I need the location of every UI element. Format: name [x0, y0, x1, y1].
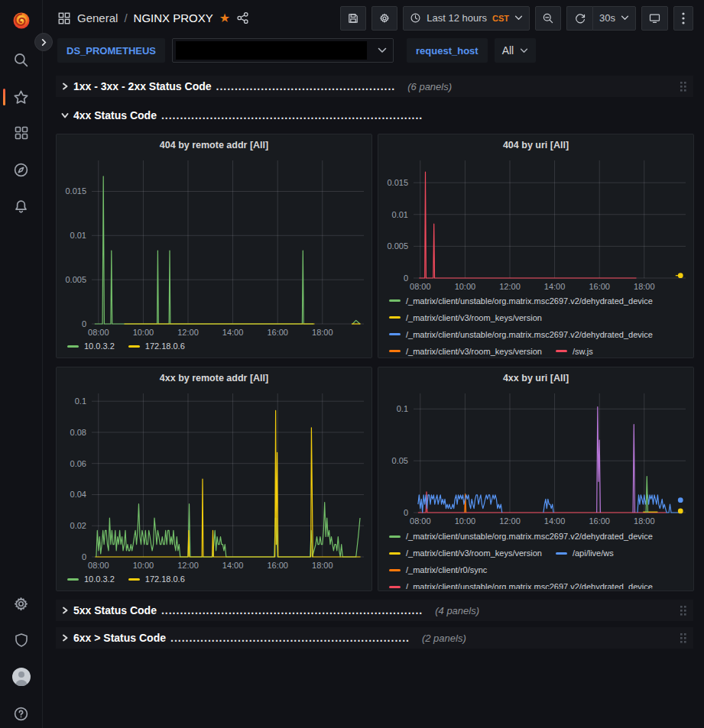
configuration-gear-icon[interactable] — [0, 590, 42, 616]
zoom-out-time-button[interactable] — [535, 6, 561, 31]
refresh-dashboard-button[interactable] — [566, 6, 592, 31]
svg-text:0.02: 0.02 — [70, 521, 86, 530]
legend-item[interactable]: /_matrix/client/r0/sync — [389, 561, 487, 578]
row-panel-count: (4 panels) — [435, 605, 479, 616]
row-panel-count: (2 panels) — [422, 633, 466, 644]
svg-text:14:00: 14:00 — [544, 282, 566, 291]
row-title: 4xx Status Code — [73, 109, 157, 121]
save-dashboard-button[interactable] — [340, 6, 366, 31]
svg-text:08:00: 08:00 — [410, 282, 431, 291]
datasource-variable-dropdown[interactable] — [172, 38, 394, 63]
row-header-1xx-3xx-2xx[interactable]: 1xx - 3xx - 2xx Status Code ............… — [56, 76, 693, 97]
legend-series-color — [556, 350, 567, 352]
panel-title[interactable]: 4xx by remote addr [All] — [57, 367, 371, 387]
svg-text:0.01: 0.01 — [392, 210, 408, 219]
alerting-bell-icon[interactable] — [0, 193, 42, 219]
server-admin-shield-icon[interactable] — [0, 627, 42, 653]
chevron-down-icon — [61, 112, 69, 119]
legend-series-color — [389, 552, 401, 555]
svg-text:08:00: 08:00 — [88, 561, 109, 570]
svg-text:10:00: 10:00 — [455, 282, 476, 291]
row-drag-handle[interactable] — [678, 631, 689, 645]
svg-text:10:00: 10:00 — [133, 328, 154, 337]
svg-text:14:00: 14:00 — [222, 328, 244, 337]
svg-text:0.005: 0.005 — [65, 275, 86, 284]
row-title: 6xx > Status Code — [73, 632, 166, 644]
svg-text:0.01: 0.01 — [70, 231, 86, 240]
timeseries-chart-4xx-by-uri[interactable]: 08:0010:0012:0014:0016:0018:0000.050.1 — [378, 387, 693, 528]
panel-title[interactable]: 404 by remote addr [All] — [57, 134, 371, 154]
legend-series-label: /_matrix/client/unstable/org.matrix.msc2… — [406, 296, 653, 306]
request-host-variable-dropdown[interactable]: All — [495, 38, 537, 63]
gear-icon — [378, 12, 391, 24]
legend-item[interactable]: 10.0.3.2 — [67, 338, 115, 354]
refresh-interval-picker[interactable]: 30s — [592, 6, 636, 31]
legend-series-color — [389, 569, 401, 571]
svg-text:0.04: 0.04 — [70, 490, 86, 499]
svg-text:16:00: 16:00 — [267, 561, 288, 570]
grafana-logo[interactable] — [0, 8, 42, 34]
legend-item[interactable]: /_matrix/client/unstable/org.matrix.msc2… — [389, 578, 653, 589]
row-drag-handle[interactable] — [678, 79, 689, 94]
legend-series-label: /_matrix/client/v3/room_keys/version — [406, 347, 542, 356]
sidebar-expand-button[interactable] — [34, 33, 53, 51]
legend-series-color — [389, 350, 401, 352]
time-range-picker[interactable]: Last 12 hours CST — [403, 6, 530, 31]
row-header-6xx[interactable]: 6xx > Status Code ......................… — [56, 627, 693, 649]
tv-mode-button[interactable] — [641, 6, 668, 31]
chart-legend: 10.0.3.2172.18.0.6 — [57, 571, 371, 590]
legend-series-label: /_matrix/client/unstable/org.matrix.msc2… — [406, 582, 653, 589]
panel-title[interactable]: 404 by uri [All] — [378, 134, 693, 154]
row-title-leader: ........................................… — [216, 80, 396, 92]
legend-series-color — [389, 316, 401, 319]
svg-text:0.015: 0.015 — [387, 178, 408, 187]
timeseries-chart-404-by-uri[interactable]: 08:0010:0012:0014:0016:0018:0000.0050.01… — [378, 154, 693, 293]
help-icon[interactable] — [0, 700, 42, 726]
legend-series-color — [389, 333, 401, 335]
legend-item[interactable]: /_matrix/client/unstable/org.matrix.msc2… — [389, 293, 653, 309]
share-icon[interactable] — [236, 11, 249, 24]
variable-label-request-host[interactable]: request_host — [407, 38, 488, 63]
timeseries-chart-4xx-by-remote-addr[interactable]: 08:0010:0012:0014:0016:0018:0000.020.040… — [57, 387, 371, 571]
legend-item[interactable]: /api/live/ws — [556, 545, 614, 561]
starred-icon[interactable] — [0, 84, 42, 110]
legend-series-label: /sw.js — [573, 347, 593, 356]
chevron-right-icon — [61, 83, 69, 90]
legend-item[interactable]: /_matrix/client/v3/room_keys/version — [389, 545, 542, 561]
datasource-value-redacted — [176, 41, 367, 60]
variable-label-ds-prometheus[interactable]: DS_PROMETHEUS — [57, 38, 165, 63]
dashboards-icon[interactable] — [0, 120, 42, 146]
row-header-4xx[interactable]: 4xx Status Code ........................… — [56, 105, 693, 126]
svg-text:0.06: 0.06 — [70, 459, 86, 468]
svg-text:0.05: 0.05 — [392, 456, 408, 465]
legend-series-color — [389, 586, 401, 588]
legend-item[interactable]: 10.0.3.2 — [67, 571, 115, 587]
breadcrumb-separator: / — [124, 11, 127, 24]
legend-item[interactable]: /_matrix/client/unstable/org.matrix.msc2… — [389, 326, 653, 343]
legend-series-color — [67, 578, 79, 581]
apps-grid-icon — [57, 11, 71, 25]
timeseries-chart-404-by-remote-addr[interactable]: 08:0010:0012:0014:0016:0018:0000.0050.01… — [57, 154, 371, 338]
svg-text:0.015: 0.015 — [65, 186, 86, 196]
search-icon[interactable] — [0, 47, 42, 73]
sidebar — [0, 0, 43, 728]
chevron-down-icon — [621, 15, 629, 21]
panel-4xx-by-uri: 4xx by uri [All] 08:0010:0012:0014:0016:… — [378, 367, 694, 591]
svg-text:18:00: 18:00 — [634, 282, 655, 291]
row-header-5xx[interactable]: 5xx Status Code ........................… — [56, 600, 693, 621]
legend-item[interactable]: 172.18.0.6 — [128, 338, 185, 354]
more-options-button[interactable] — [673, 6, 693, 31]
panel-title[interactable]: 4xx by uri [All] — [378, 367, 693, 387]
svg-text:18:00: 18:00 — [634, 516, 655, 526]
explore-compass-icon[interactable] — [0, 157, 42, 183]
legend-item[interactable]: /sw.js — [556, 343, 593, 358]
favorite-star-icon[interactable]: ★ — [219, 11, 230, 25]
dashboard-settings-button[interactable] — [371, 6, 397, 31]
breadcrumb-section[interactable]: General — [77, 11, 118, 24]
row-drag-handle[interactable] — [678, 603, 689, 618]
legend-item[interactable]: 172.18.0.6 — [128, 571, 185, 587]
legend-item[interactable]: /_matrix/client/v3/room_keys/version — [389, 343, 542, 358]
profile-avatar[interactable] — [0, 664, 42, 690]
legend-item[interactable]: /_matrix/client/unstable/org.matrix.msc2… — [389, 528, 653, 545]
legend-item[interactable]: /_matrix/client/v3/room_keys/version — [389, 309, 542, 326]
